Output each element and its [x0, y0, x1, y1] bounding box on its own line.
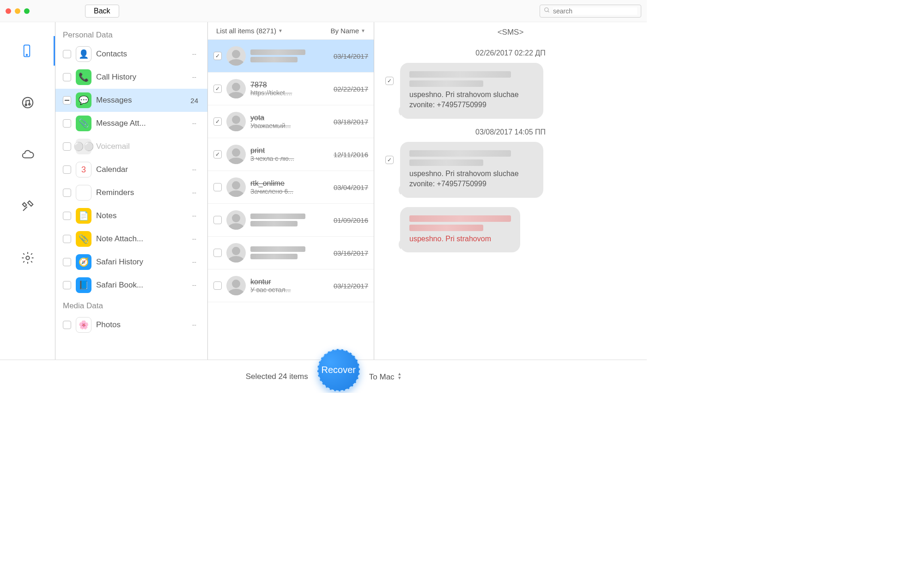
conversation-checkbox[interactable] — [213, 249, 222, 257]
category-checkbox[interactable] — [63, 96, 71, 104]
svg-point-7 — [26, 256, 30, 260]
conversation-preview: У вас остал... — [250, 286, 329, 293]
mode-device-button[interactable] — [0, 36, 55, 66]
timestamp: 02/26/2017 02:22 ДП — [385, 49, 636, 57]
conversation-row[interactable]: yotaУважаемый...03/18/2017 — [208, 105, 374, 138]
category-checkbox[interactable] — [63, 119, 71, 128]
minimize-window-button[interactable] — [15, 8, 20, 14]
contacts-icon: 👤 — [76, 46, 91, 62]
category-checkbox[interactable] — [63, 73, 71, 81]
category-label: Call History — [96, 73, 192, 82]
message-bubble[interactable]: uspeshno. Pri strahovom — [400, 207, 520, 252]
conversation-checkbox[interactable] — [213, 150, 222, 159]
conversation-checkbox[interactable] — [213, 52, 222, 60]
conversation-date: 03/16/2017 — [334, 249, 368, 257]
conversation-date: 03/04/2017 — [334, 183, 368, 191]
category-notes[interactable]: 📄Notes-- — [55, 204, 207, 227]
message-row: uspeshno. Pri strahovom sluchae zvonite:… — [385, 63, 636, 119]
conversation-checkbox[interactable] — [213, 183, 222, 191]
category-count: -- — [192, 212, 203, 220]
target-selector[interactable]: To Mac ▴▾ — [369, 372, 401, 382]
category-label: Contacts — [96, 49, 192, 59]
footer-bar: Selected 24 items Recover To Mac ▴▾ — [0, 360, 647, 393]
category-group-header: Media Data — [55, 297, 207, 313]
category-safari[interactable]: 🧭Safari History-- — [55, 250, 207, 274]
conversation-text — [250, 246, 329, 259]
conversation-row[interactable]: 03/14/2017 — [208, 40, 374, 73]
search-field[interactable] — [540, 5, 641, 18]
conversation-row[interactable]: 7878https://ticket....02/22/2017 — [208, 73, 374, 105]
selection-status: Selected 24 items — [246, 372, 308, 381]
category-label: Reminders — [96, 188, 192, 197]
conversation-date: 12/11/2016 — [334, 151, 368, 159]
category-checkbox[interactable] — [63, 212, 71, 220]
category-attach[interactable]: 📎Message Att...-- — [55, 112, 207, 135]
mode-settings-button[interactable] — [9, 243, 46, 273]
message-list-header: List all items (8271) ▼ By Name ▼ — [208, 22, 374, 40]
conversation-checkbox[interactable] — [213, 117, 222, 126]
mode-icloud-button[interactable] — [9, 140, 46, 169]
conversation-checkbox[interactable] — [213, 85, 222, 93]
category-label: Calendar — [96, 165, 192, 174]
category-messages[interactable]: 💬Messages24 — [55, 89, 207, 112]
conversation-preview — [250, 221, 298, 226]
conversation-name — [250, 214, 305, 219]
avatar — [226, 112, 246, 131]
mode-itunes-button[interactable] — [9, 88, 46, 117]
search-input[interactable] — [553, 7, 637, 15]
category-checkbox[interactable] — [63, 321, 71, 329]
back-button[interactable]: Back — [85, 5, 119, 18]
zoom-window-button[interactable] — [24, 8, 30, 14]
message-checkbox[interactable] — [385, 77, 394, 85]
message-bubble[interactable]: uspeshno. Pri strahovom sluchae zvonite:… — [400, 142, 543, 198]
filter-dropdown[interactable]: List all items (8271) ▼ — [216, 27, 283, 35]
category-checkbox[interactable] — [63, 189, 71, 197]
conversation-checkbox[interactable] — [213, 281, 222, 290]
conversation-text — [250, 49, 329, 62]
notes-icon: 📄 — [76, 208, 91, 224]
category-contacts[interactable]: 👤Contacts-- — [55, 43, 207, 66]
avatar — [226, 79, 246, 98]
mode-tools-button[interactable] — [9, 191, 46, 221]
conversation-panel: <SMS> 02/26/2017 02:22 ДПuspeshno. Pri s… — [374, 22, 647, 360]
conversation-date: 02/22/2017 — [334, 85, 368, 93]
conversation-preview: Уважаемый... — [250, 122, 329, 129]
close-window-button[interactable] — [6, 8, 11, 14]
category-checkbox[interactable] — [63, 281, 71, 289]
conversation-row[interactable]: 03/16/2017 — [208, 237, 374, 269]
category-label: Photos — [96, 320, 192, 330]
category-checkbox[interactable] — [63, 235, 71, 243]
categories-panel: Personal Data👤Contacts--📞Call History--💬… — [55, 22, 208, 360]
conversation-row[interactable]: konturУ вас остал...03/12/2017 — [208, 269, 374, 302]
category-reminders[interactable]: ☰Reminders-- — [55, 181, 207, 204]
avatar — [226, 210, 246, 230]
conversation-row[interactable]: 01/09/2016 — [208, 204, 374, 237]
category-checkbox[interactable] — [63, 165, 71, 174]
category-checkbox[interactable] — [63, 50, 71, 58]
messages-icon: 💬 — [76, 92, 91, 108]
conversation-title: <SMS> — [374, 22, 647, 39]
sort-dropdown[interactable]: By Name ▼ — [330, 27, 365, 35]
conversation-preview — [250, 254, 298, 259]
conversation-row[interactable]: print3 чехла с лю...12/11/2016 — [208, 138, 374, 171]
conversation-preview — [250, 57, 298, 62]
mode-sidebar — [0, 22, 55, 360]
category-count: -- — [192, 50, 203, 58]
conversation-row[interactable]: rtk_onlimeЗачислено 6...03/04/2017 — [208, 171, 374, 204]
category-noteatt[interactable]: 📎Note Attach...-- — [55, 227, 207, 250]
message-bubble[interactable]: uspeshno. Pri strahovom sluchae zvonite:… — [400, 63, 543, 119]
conversation-preview: 3 чехла с лю... — [250, 155, 329, 162]
category-photos[interactable]: 🌸Photos-- — [55, 313, 207, 336]
message-checkbox[interactable] — [385, 156, 394, 164]
category-call[interactable]: 📞Call History-- — [55, 66, 207, 89]
category-safaribook[interactable]: 📘Safari Book...-- — [55, 274, 207, 297]
avatar — [226, 46, 246, 66]
category-checkbox[interactable] — [63, 258, 71, 266]
category-calendar[interactable]: 3Calendar-- — [55, 158, 207, 181]
conversation-checkbox[interactable] — [213, 216, 222, 224]
filter-label: List all items (8271) — [216, 27, 276, 35]
category-label: Note Attach... — [96, 234, 192, 244]
message-text: uspeshno. Pri strahovom sluchae zvonite:… — [409, 169, 534, 189]
search-icon — [544, 7, 550, 15]
recover-button[interactable]: Recover — [317, 349, 360, 391]
